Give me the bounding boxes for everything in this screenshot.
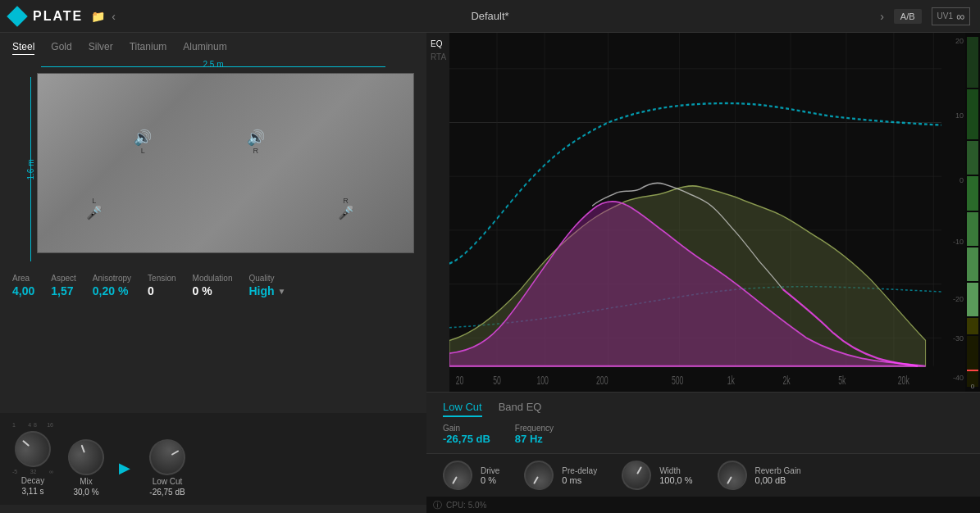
svg-text:200: 200 — [596, 373, 609, 386]
vu-bar-top — [967, 37, 978, 88]
eq-chart[interactable]: 20 50 100 200 500 1k 2k 5k 20k 20 10 0 -… — [449, 33, 965, 392]
y-label-neg30: -30 — [953, 334, 964, 343]
decay-knob[interactable] — [7, 424, 58, 474]
y-label-neg10: -10 — [953, 238, 964, 246]
predelay-group: Pre-delay 0 ms — [524, 461, 597, 490]
ab-button[interactable]: A/B — [894, 9, 922, 24]
infinity-icon: ∞ — [956, 10, 964, 23]
decay-value: 3,11 s — [21, 487, 43, 496]
forward-icon[interactable]: › — [880, 10, 884, 23]
vu-bar-6 — [967, 247, 978, 281]
width-knob[interactable] — [617, 455, 657, 495]
param-modulation-label: Modulation — [193, 274, 233, 283]
uv1-label: UV1 — [937, 11, 953, 20]
y-label-neg40: -40 — [953, 374, 964, 382]
eq-gain-value[interactable]: -26,75 dB — [443, 433, 490, 445]
left-panel: Steel Gold Silver Titanium Aluminum 2.5 … — [0, 33, 426, 513]
tab-gold[interactable]: Gold — [51, 41, 71, 55]
param-quality-value[interactable]: High — [248, 284, 274, 297]
cpu-bar: ⓘ CPU: 5.0% — [426, 497, 980, 513]
y-label-10: 10 — [955, 111, 964, 120]
eq-tab-bandeq[interactable]: Band EQ — [499, 401, 542, 417]
param-aspect-label: Aspect — [51, 274, 76, 283]
param-quality-label: Quality — [248, 274, 285, 283]
vu-bar-4 — [967, 176, 978, 210]
info-icon: ⓘ — [433, 499, 442, 511]
tab-aluminum[interactable]: Aluminum — [183, 41, 226, 55]
eq-mode-eq[interactable]: EQ — [431, 39, 449, 48]
param-area-value[interactable]: 4,00 — [12, 284, 34, 297]
folder-icon[interactable]: 📁 — [91, 10, 105, 23]
eq-mode-rta[interactable]: RTA — [431, 52, 449, 61]
eq-params: Gain -26,75 dB Frequency 87 Hz — [443, 424, 964, 445]
y-label-0: 0 — [959, 176, 964, 184]
param-tension-value[interactable]: 0 — [148, 284, 175, 297]
param-aspect-value[interactable]: 1,57 — [51, 284, 76, 297]
back-icon[interactable]: ‹ — [112, 10, 116, 23]
vu-bar-3 — [967, 141, 978, 175]
cpu-label: CPU: 5.0% — [446, 501, 486, 510]
logo-diamond — [7, 6, 27, 26]
drive-label: Drive — [481, 466, 499, 475]
play-button[interactable]: ▶ — [119, 460, 130, 476]
tab-silver[interactable]: Silver — [89, 41, 113, 55]
param-modulation: Modulation 0 % — [193, 274, 233, 297]
eq-tab-lowcut[interactable]: Low Cut — [443, 401, 482, 417]
plate-surface: 🔊 L 🔊 R L 🎤 R 🎤 — [38, 74, 413, 252]
vu-bar-bottom — [967, 336, 978, 387]
vu-bar-5 — [967, 212, 978, 246]
width-group: Width 100,0 % — [622, 461, 692, 490]
param-modulation-value[interactable]: 0 % — [193, 284, 233, 297]
eq-param-gain: Gain -26,75 dB — [443, 424, 490, 445]
width-value: 100,0 % — [659, 475, 692, 485]
header: PLATE 📁 ‹ Default* › A/B UV1 ∞ — [0, 0, 980, 33]
header-right: › A/B UV1 ∞ — [880, 7, 970, 25]
y-label-20: 20 — [955, 37, 964, 45]
param-anisotropy: Anisotropy 0,20 % — [93, 274, 131, 297]
reverb-gain-value: 0,00 dB — [755, 475, 801, 485]
vu-meter: 0 — [965, 33, 980, 392]
uv1-box: UV1 ∞ — [932, 7, 970, 25]
mix-label: Mix — [80, 477, 93, 486]
material-tabs: Steel Gold Silver Titanium Aluminum — [12, 41, 414, 55]
param-anisotropy-value[interactable]: 0,20 % — [93, 284, 131, 297]
vu-bar-2 — [967, 89, 978, 140]
vu-bar-7 — [967, 283, 978, 316]
eq-area: EQ RTA — [426, 33, 980, 392]
lowcut-knob[interactable] — [143, 433, 192, 482]
bottom-knobs-row: Drive 0 % Pre-delay 0 ms Width 100,0 % — [426, 453, 980, 497]
y-label-neg20: -20 — [953, 295, 964, 303]
speaker-right: 🔊 R — [247, 129, 265, 155]
drive-value: 0 % — [481, 475, 499, 485]
mix-knob[interactable] — [63, 434, 109, 480]
svg-text:5k: 5k — [838, 373, 846, 386]
eq-param-frequency: Frequency 87 Hz — [515, 424, 554, 445]
eq-freq-value[interactable]: 87 Hz — [515, 433, 554, 445]
svg-text:50: 50 — [493, 373, 501, 386]
drive-knob[interactable] — [437, 455, 477, 495]
svg-text:20: 20 — [456, 373, 464, 386]
predelay-knob[interactable] — [519, 455, 559, 495]
plate-wrapper: 2.5 m 1.6 m 🔊 L 🔊 R — [37, 73, 390, 266]
param-quality: Quality High ▼ — [248, 274, 285, 297]
svg-text:20k: 20k — [898, 373, 909, 386]
param-anisotropy-label: Anisotropy — [93, 274, 131, 283]
app-title: PLATE — [33, 9, 83, 24]
vu-bar-8 — [967, 318, 978, 335]
quality-dropdown-arrow[interactable]: ▼ — [278, 287, 286, 296]
width-label: Width — [659, 466, 692, 475]
plate-visualization[interactable]: 🔊 L 🔊 R L 🎤 R 🎤 — [37, 73, 414, 253]
tab-titanium[interactable]: Titanium — [130, 41, 167, 55]
reverb-gain-knob[interactable] — [712, 455, 752, 495]
vu-peak — [967, 370, 978, 371]
eq-gain-label: Gain — [443, 424, 490, 433]
svg-text:100: 100 — [536, 373, 549, 386]
main-knobs-row: 14816 -532∞ Decay 3,11 s Mix 30,0 % ▶ — [0, 413, 426, 505]
params-row: Area 4,00 Aspect 1,57 Anisotropy 0,20 % … — [12, 274, 414, 297]
preset-name[interactable]: Default* — [471, 10, 508, 22]
predelay-value: 0 ms — [562, 475, 597, 485]
lowcut-value: -26,75 dB — [149, 488, 185, 497]
tab-steel[interactable]: Steel — [12, 41, 34, 55]
right-panel: EQ RTA — [426, 33, 980, 513]
param-area: Area 4,00 — [12, 274, 34, 297]
